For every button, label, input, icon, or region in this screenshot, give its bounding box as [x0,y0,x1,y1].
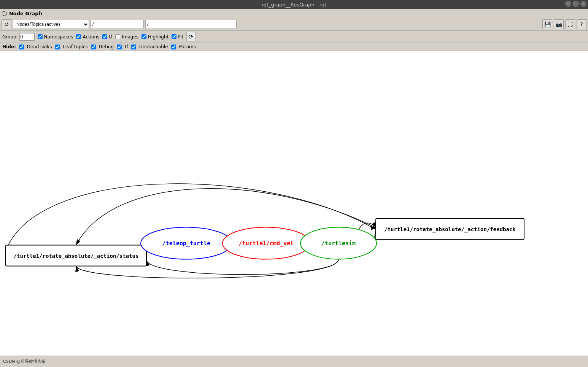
namespaces-checkbox[interactable] [38,34,43,39]
cmd-vel-node-label: /turtle1/cmd_vel [239,240,294,247]
images-label: Images [122,34,138,40]
unreachable-checkbox[interactable] [131,44,136,49]
hide-tf-label: tf [125,44,128,49]
namespaces-control: Namespaces [38,34,73,40]
tf-checkbox[interactable] [102,34,107,39]
group-control: Group: [2,33,35,41]
feedback-node-label: /turtle1/rotate_absolute/_action/feedbac… [384,226,516,233]
window-title: rqt_graph__RosGraph - rqt [262,2,327,8]
group-label: Group: [2,34,18,40]
images-checkbox[interactable] [115,34,120,39]
controls-row: Group: Namespaces Actions tf Images High… [0,31,588,43]
images-control: Images [115,34,138,40]
fit-icon: ⛶ [567,21,573,27]
minimize-button[interactable]: ─ [565,1,571,7]
save-button[interactable]: 💾 [542,19,552,29]
group-spinbox[interactable] [19,33,35,41]
help-icon: ? [580,21,583,27]
actions-checkbox[interactable] [76,34,81,39]
refresh-icon: ↺ [4,21,9,27]
params-checkbox[interactable] [171,44,176,49]
sync-icon: ⟳ [186,32,195,41]
tf-control: tf [102,34,112,40]
debug-label: Debug [99,44,114,49]
fit-checkbox[interactable] [172,34,176,39]
window-controls: ─ □ ✕ [565,1,586,7]
graph-svg: /turtle1/rotate_absolute/_action/status … [0,51,588,356]
view-mode-select[interactable]: Nodes/Topics (active) Nodes only Topics … [13,20,89,29]
screenshot-icon: 📷 [556,21,562,27]
statusbar: CSDN @斯丢彼得大帝 [0,356,588,367]
maximize-button[interactable]: □ [573,1,579,7]
params-label: Params [179,44,196,49]
titlebar: rqt_graph__RosGraph - rqt ─ □ ✕ [0,0,588,9]
menubar: ⬡ Node Graph [0,9,588,18]
highlight-checkbox[interactable] [141,34,146,39]
graph-area[interactable]: /turtle1/rotate_absolute/_action/status … [0,51,588,356]
app-title: Node Graph [9,11,42,16]
fit-control: Fit [172,34,183,40]
status-text: CSDN @斯丢彼得大帝 [3,359,46,364]
app-icon: ⬡ [2,10,7,17]
leaf-topics-label: Leaf topics [63,44,88,49]
unreachable-label: Unreachable [139,44,168,49]
screenshot-button[interactable]: 📷 [554,19,564,29]
highlight-label: Highlight [148,34,168,40]
fit-label: Fit [178,34,183,40]
teleop-node-label: /teleop_turtle [162,240,210,247]
save-icon: 💾 [544,21,551,27]
filter2-input[interactable] [145,20,237,29]
status-node-label: /turtle1/rotate_absolute/_action/status [14,253,139,259]
close-button[interactable]: ✕ [580,1,586,7]
filter1-input[interactable] [91,20,144,29]
leaf-topics-checkbox[interactable] [55,44,60,49]
hide-tf-checkbox[interactable] [117,44,122,49]
dead-sinks-checkbox[interactable] [19,44,24,49]
refresh-icon-control: ⟳ [186,32,195,41]
dead-sinks-label: Dead sinks [27,44,52,49]
toolbar: ↺ Nodes/Topics (active) Nodes only Topic… [0,18,588,31]
hide-row: Hide: Dead sinks Leaf topics Debug tf Un… [0,43,588,51]
help-button[interactable]: ? [577,19,586,29]
highlight-control: Highlight [141,34,168,40]
refresh-button[interactable]: ↺ [2,19,11,29]
tf-label: tf [109,34,112,40]
turtlesim-node-label: /turtlesim [321,240,356,247]
fit-button[interactable]: ⛶ [565,19,575,29]
actions-control: Actions [76,34,99,40]
namespaces-label: Namespaces [44,34,73,40]
hide-label: Hide: [2,44,16,49]
actions-label: Actions [83,34,99,40]
debug-checkbox[interactable] [91,44,96,49]
